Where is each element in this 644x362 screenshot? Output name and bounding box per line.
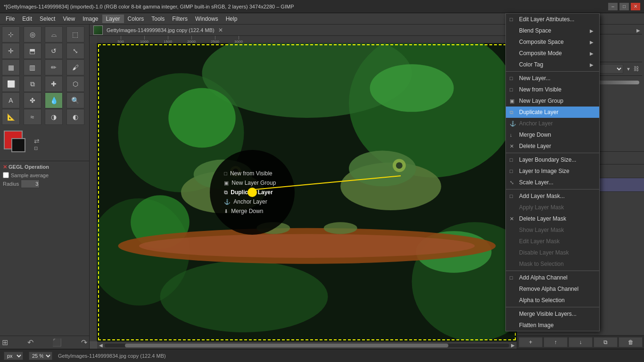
hscroll-right[interactable]: ▶ (509, 343, 517, 348)
ctx-add-layer-mask-icon: □ (510, 193, 513, 199)
ctx-alpha-to-selection[interactable]: Alpha to Selection (506, 295, 599, 306)
hscroll-left[interactable]: ◀ (97, 343, 105, 348)
tool-fuzzy-select[interactable]: ◎ (24, 26, 41, 42)
tool-burn[interactable]: ◐ (66, 109, 84, 125)
layers-footer-raise[interactable]: ↑ (544, 337, 568, 347)
ctx-new-from-visible[interactable]: □ New from Visible (506, 84, 599, 95)
tool-select-region[interactable]: ⬚ (66, 26, 84, 42)
tool-heal[interactable]: ✚ (45, 76, 63, 92)
title-bar: *[GettyImages-1149999834] (imported)-1.0… (0, 0, 644, 13)
ctx-edit-layer-attributes[interactable]: □ Edit Layer Attributes... (506, 14, 599, 25)
menu-image[interactable]: Image (79, 15, 102, 23)
menu-filters[interactable]: Filters (168, 15, 191, 23)
ctx-remove-alpha-channel[interactable]: Remove Alpha Channel (506, 283, 599, 295)
circ-anchor-layer-icon: ⚓ (224, 199, 231, 205)
undo-icon[interactable]: ↶ (27, 338, 33, 347)
menu-file[interactable]: File (2, 15, 18, 23)
layers-footer-dup[interactable]: ⧉ (594, 337, 618, 347)
tool-scale[interactable]: ⤡ (66, 43, 84, 59)
swap-colors-icon[interactable]: ⇄ (34, 137, 40, 145)
menu-edit[interactable]: Edit (18, 15, 36, 23)
tool-color-picker[interactable]: 💧 (45, 92, 63, 108)
tool-paintbrush[interactable]: 🖌 (66, 59, 84, 75)
ctx-new-layer[interactable]: □ New Layer... (506, 73, 599, 84)
ctx-composite-space-arrow: ▶ (590, 40, 594, 45)
maximize-button[interactable]: □ (619, 3, 629, 10)
tool-text[interactable]: A (2, 92, 20, 108)
tool-pencil[interactable]: ✏ (45, 59, 63, 75)
menu-colors[interactable]: Colors (124, 15, 148, 23)
ctx-merge-visible-layers[interactable]: Merge Visible Layers... (506, 308, 599, 320)
ctx-merge-down[interactable]: ↓ Merge Down (506, 129, 599, 140)
ctx-composite-mode-arrow: ▶ (590, 51, 594, 56)
redo-icon[interactable]: ↷ (81, 338, 87, 347)
tool-perspective[interactable]: ⬡ (66, 76, 84, 92)
circ-new-layer-group[interactable]: ▣ New Layer Group (210, 178, 295, 188)
ctx-duplicate-layer[interactable]: ⧉ Duplicate Layer (506, 107, 599, 118)
menu-select[interactable]: Select (36, 15, 59, 23)
ctx-scale-layer[interactable]: ⤡ Scale Layer... (506, 177, 599, 188)
ctx-scale-layer-icon: ⤡ (510, 180, 514, 186)
ctx-delete-layer-mask[interactable]: ✕ Delete Layer Mask (506, 213, 599, 224)
tool-crop[interactable]: ⬒ (24, 43, 41, 59)
background-color[interactable] (11, 138, 25, 152)
canvas-image[interactable]: □ New from Visible ▣ New Layer Group ⧉ D… (97, 43, 517, 341)
ctx-color-tag[interactable]: Color Tag ▶ (506, 59, 599, 70)
circ-anchor-layer[interactable]: ⚓ Anchor Layer (210, 197, 295, 206)
default-colors-icon[interactable]: ⊡ (34, 146, 40, 151)
unit-select[interactable]: px in cm (4, 352, 23, 360)
tool-lasso[interactable]: ⌓ (45, 26, 63, 42)
minimize-button[interactable]: – (608, 3, 618, 10)
zoom-select[interactable]: 25 % 50 % 100 % (29, 352, 52, 360)
ctx-layer-boundary-size[interactable]: □ Layer Boundary Size... (506, 154, 599, 165)
tool-clone[interactable]: ⧉ (24, 76, 41, 92)
ctx-delete-layer[interactable]: ✕ Delete Layer (506, 140, 599, 152)
layers-icon[interactable]: ⊞ (2, 338, 8, 347)
ctx-add-alpha-channel[interactable]: □ Add Alpha Channel (506, 272, 599, 283)
layers-footer-del[interactable]: 🗑 (619, 337, 643, 347)
layers-footer-add[interactable]: + (519, 337, 543, 347)
ctx-flatten-image[interactable]: Flatten Image (506, 320, 599, 331)
menu-windows[interactable]: Windows (191, 15, 222, 23)
panel-scroll-right[interactable]: ▶ (636, 28, 640, 33)
blend-mode-arrow: ▼ (626, 66, 631, 72)
layers-footer-lower[interactable]: ↓ (569, 337, 593, 347)
tool-rotate[interactable]: ↺ (45, 43, 63, 59)
tool-paintbucket[interactable]: ▦ (2, 59, 20, 75)
ctx-new-layer-group[interactable]: ▣ New Layer Group (506, 95, 599, 107)
gegl-checkbox[interactable] (3, 172, 9, 178)
tool-dodge[interactable]: ◑ (45, 109, 63, 125)
circ-merge-down[interactable]: ⬇ Merge Down (210, 206, 295, 216)
radius-input[interactable] (21, 180, 40, 188)
ctx-composite-mode[interactable]: Composite Mode ▶ (506, 48, 599, 59)
chain-icon[interactable]: ⛓ (634, 66, 639, 72)
close-button[interactable]: ✕ (631, 3, 640, 10)
menu-layer[interactable]: Layer (102, 15, 124, 23)
canvas-tab: GettyImages-1149999834.jpg copy (122.4 M… (90, 25, 517, 36)
circ-duplicate-layer[interactable]: ⧉ Duplicate Layer (210, 188, 295, 197)
menu-tools[interactable]: Tools (148, 15, 168, 23)
radius-row: Radius (3, 180, 86, 188)
tool-smudge[interactable]: ≈ (24, 109, 41, 125)
tool-move[interactable]: ✛ (2, 43, 20, 59)
menu-help[interactable]: Help (222, 15, 241, 23)
canvas-tab-close[interactable]: ✕ (218, 27, 223, 33)
tool-eraser[interactable]: ⬜ (2, 76, 20, 92)
tool-zoom[interactable]: 🔍 (66, 92, 84, 108)
ctx-blend-space[interactable]: Blend Space ▶ (506, 25, 599, 36)
ctx-sep-5 (506, 307, 599, 307)
clear-icon[interactable]: ⬛ (52, 338, 62, 347)
horizontal-scrollbar[interactable]: ◀ ▶ (97, 341, 517, 349)
tool-blend[interactable]: ▥ (24, 59, 41, 75)
ctx-add-layer-mask[interactable]: □ Add Layer Mask... (506, 190, 599, 202)
tool-paths[interactable]: ✤ (24, 92, 41, 108)
hscroll-thumb[interactable] (125, 344, 448, 347)
menu-view[interactable]: View (59, 15, 79, 23)
ctx-layer-to-image-size[interactable]: □ Layer to Image Size (506, 165, 599, 177)
tool-new-guides[interactable]: ⊹ (2, 26, 20, 42)
gegl-row: Sample average (3, 172, 86, 178)
circ-new-from-visible[interactable]: □ New from Visible (210, 169, 295, 178)
ctx-composite-space[interactable]: Composite Space ▶ (506, 36, 599, 48)
circ-merge-down-icon: ⬇ (224, 208, 228, 214)
tool-measure[interactable]: 📐 (2, 109, 20, 125)
